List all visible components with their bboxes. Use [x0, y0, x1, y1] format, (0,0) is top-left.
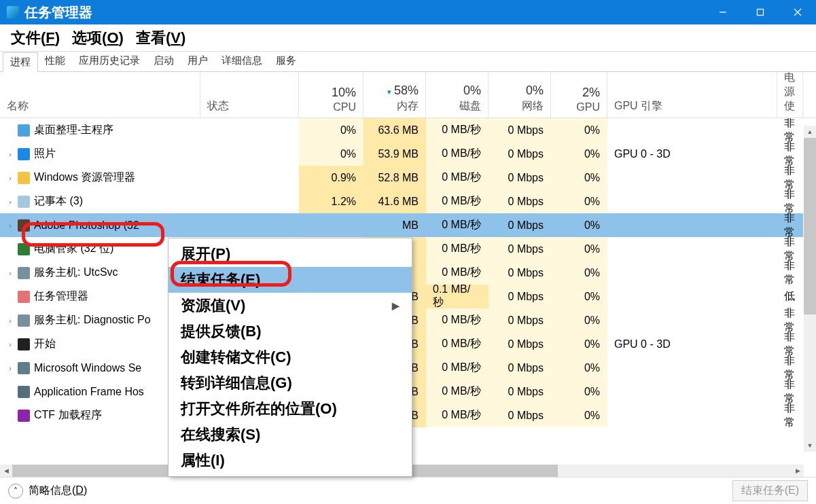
header-memory[interactable]: ▾58%内存: [363, 72, 426, 118]
cell-gpu-engine: [607, 403, 777, 427]
header-name[interactable]: 名称: [0, 72, 200, 118]
menu-view[interactable]: 查看(V): [130, 26, 191, 50]
cell-gpu: 0%: [551, 308, 607, 332]
menu-options[interactable]: 选项(O): [67, 26, 129, 50]
vertical-scrollbar[interactable]: ▲ ▼: [804, 126, 816, 452]
cell-disk: 0.1 MB/秒: [426, 285, 489, 308]
expand-icon[interactable]: ›: [7, 174, 14, 182]
cell-status: [200, 166, 299, 190]
scroll-right-icon[interactable]: ▶: [792, 465, 804, 477]
cell-network: 0 Mbps: [489, 308, 551, 332]
cell-power: 低: [777, 285, 803, 308]
process-name: Windows 资源管理器: [34, 170, 135, 185]
end-task-button[interactable]: 结束任务(E): [732, 480, 808, 501]
process-name: Application Frame Hos: [34, 386, 144, 398]
menubar: 文件(F) 选项(O) 查看(V): [0, 24, 816, 52]
cell-name: ›Windows 资源管理器: [0, 166, 200, 190]
header-network[interactable]: 0%网络: [489, 72, 551, 118]
tab-details[interactable]: 详细信息: [215, 52, 269, 71]
menu-file[interactable]: 文件(F): [5, 26, 65, 50]
window-controls: [704, 0, 816, 24]
cell-memory: MB: [363, 213, 426, 237]
cell-gpu: 0%: [551, 356, 607, 380]
cell-gpu: 0%: [551, 237, 607, 261]
cell-gpu: 0%: [551, 142, 607, 166]
cell-gpu-engine: [607, 190, 777, 213]
process-name: Adobe Photoshop (32: [34, 219, 139, 232]
table-row[interactable]: ›照片0%53.9 MB0 MB/秒0 Mbps0%GPU 0 - 3D非常: [0, 142, 816, 166]
table-row[interactable]: ›记事本 (3)1.2%41.6 MB0 MB/秒0 Mbps0%非常: [0, 190, 816, 213]
cell-disk: 0 MB/秒: [426, 213, 489, 237]
context-menu-item[interactable]: 资源值(V)▶: [168, 293, 412, 319]
header-status[interactable]: 状态: [200, 72, 299, 118]
tab-performance[interactable]: 性能: [38, 52, 72, 71]
tab-app-history[interactable]: 应用历史记录: [72, 52, 147, 71]
scroll-up-icon[interactable]: ▲: [804, 126, 816, 138]
cell-status: [200, 118, 299, 142]
expand-icon[interactable]: ›: [7, 198, 14, 206]
process-name: 服务主机: Diagnostic Po: [34, 313, 151, 327]
cell-disk: 0 MB/秒: [426, 118, 489, 142]
cell-disk: 0 MB/秒: [426, 403, 489, 427]
cell-gpu-engine: [607, 308, 777, 332]
context-menu-item[interactable]: 打开文件所在的位置(O): [168, 396, 412, 422]
tab-startup[interactable]: 启动: [147, 52, 181, 71]
tab-services[interactable]: 服务: [269, 52, 303, 71]
expand-icon[interactable]: ›: [7, 340, 14, 348]
table-row[interactable]: 桌面整理-主程序0%63.6 MB0 MB/秒0 Mbps0%非常: [0, 118, 816, 142]
header-disk[interactable]: 0%磁盘: [426, 72, 489, 118]
header-cpu[interactable]: 10%CPU: [299, 72, 363, 118]
process-name: 照片: [34, 147, 56, 161]
expand-icon[interactable]: ›: [7, 364, 14, 372]
expand-icon[interactable]: ›: [7, 221, 14, 230]
maximize-button[interactable]: [741, 0, 779, 24]
cell-gpu: 0%: [551, 261, 607, 285]
cell-gpu: 0%: [551, 118, 607, 142]
cell-status: [200, 190, 299, 213]
cell-cpu: 0%: [299, 118, 363, 142]
header-gpu[interactable]: 2%GPU: [551, 72, 607, 118]
tab-users[interactable]: 用户: [181, 52, 215, 71]
context-menu-item[interactable]: 提供反馈(B): [168, 319, 412, 344]
cell-gpu: 0%: [551, 380, 607, 403]
process-name: 服务主机: UtcSvc: [34, 266, 118, 280]
scroll-down-icon[interactable]: ▼: [804, 439, 816, 452]
scroll-left-icon[interactable]: ◀: [0, 465, 12, 477]
table-row[interactable]: ›Adobe Photoshop (32 MB0 MB/秒0 Mbps0%非常: [0, 213, 816, 237]
table-row[interactable]: ›Windows 资源管理器0.9%52.8 MB0 MB/秒0 Mbps0%非…: [0, 166, 816, 190]
cell-gpu-engine: [607, 237, 777, 261]
cell-cpu: 1.2%: [299, 190, 363, 213]
minimize-button[interactable]: [704, 0, 741, 24]
cell-disk: 0 MB/秒: [426, 380, 489, 403]
fewer-details-button[interactable]: ˄ 简略信息(D): [8, 484, 87, 499]
window-title: 任务管理器: [24, 3, 704, 22]
cell-power: 非常: [777, 190, 803, 213]
expand-icon[interactable]: ›: [7, 150, 14, 158]
tab-bar: 进程 性能 应用历史记录 启动 用户 详细信息 服务: [0, 52, 816, 72]
scroll-thumb-v[interactable]: [804, 138, 816, 314]
expand-icon[interactable]: ›: [7, 269, 14, 277]
cell-disk: 0 MB/秒: [426, 166, 489, 190]
context-menu-item[interactable]: 结束任务(E): [168, 267, 412, 293]
context-menu-item[interactable]: 转到详细信息(G): [168, 370, 412, 396]
process-icon: [18, 362, 30, 374]
cell-disk: 0 MB/秒: [426, 332, 489, 356]
cell-gpu-engine: [607, 356, 777, 380]
cell-memory: 63.6 MB: [363, 118, 426, 142]
context-menu-item[interactable]: 在线搜索(S): [168, 422, 412, 448]
cell-gpu-engine: [607, 261, 777, 285]
close-button[interactable]: [779, 0, 816, 24]
header-power[interactable]: 电源使: [777, 72, 803, 118]
cell-power: 非常: [777, 332, 803, 356]
cell-name: 桌面整理-主程序: [0, 118, 200, 142]
context-menu-item[interactable]: 属性(I): [168, 448, 412, 473]
context-menu-item[interactable]: 创建转储文件(C): [168, 344, 412, 370]
header-gpu-engine[interactable]: GPU 引擎: [607, 72, 777, 118]
context-menu-item[interactable]: 展开(P): [168, 241, 412, 267]
cell-network: 0 Mbps: [489, 118, 551, 142]
cell-power: 非常: [777, 213, 803, 237]
expand-icon[interactable]: ›: [7, 317, 14, 325]
cell-power: 非常: [777, 403, 803, 427]
cell-power: 非常: [777, 166, 803, 190]
tab-processes[interactable]: 进程: [3, 52, 38, 72]
